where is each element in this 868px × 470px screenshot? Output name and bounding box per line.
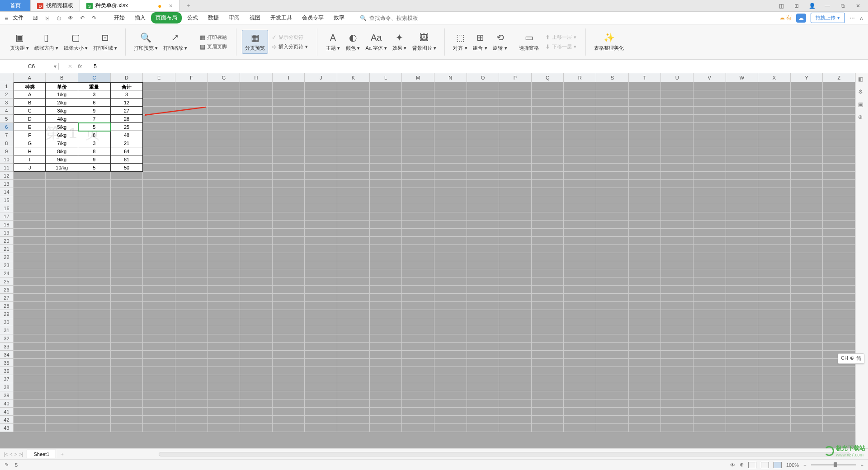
cell[interactable] bbox=[467, 107, 500, 115]
cell[interactable] bbox=[629, 334, 661, 343]
cell[interactable] bbox=[467, 261, 500, 269]
col-header-G[interactable]: G bbox=[208, 73, 241, 82]
cell[interactable] bbox=[499, 408, 532, 416]
cell[interactable] bbox=[758, 123, 791, 131]
cell[interactable] bbox=[78, 351, 111, 359]
cell[interactable] bbox=[402, 237, 434, 245]
cell[interactable] bbox=[337, 204, 370, 212]
insert-break-button[interactable]: ⊹插入分页符 ▾ bbox=[270, 42, 310, 51]
cell[interactable] bbox=[175, 237, 208, 245]
cell[interactable] bbox=[175, 286, 208, 294]
cell[interactable] bbox=[111, 391, 143, 400]
ribbon-Aa 字体[interactable]: AaAa 字体 ▾ bbox=[363, 30, 390, 53]
cell[interactable] bbox=[370, 107, 402, 115]
cell[interactable] bbox=[661, 131, 693, 139]
cell[interactable] bbox=[791, 310, 823, 318]
cell[interactable] bbox=[111, 351, 143, 359]
cell[interactable] bbox=[434, 155, 467, 164]
cell[interactable] bbox=[467, 245, 500, 253]
col-header-M[interactable]: M bbox=[402, 73, 434, 82]
cell[interactable] bbox=[111, 204, 143, 212]
row-header[interactable]: 39 bbox=[0, 391, 14, 400]
cell[interactable] bbox=[726, 286, 759, 294]
cell[interactable] bbox=[273, 400, 305, 408]
cell[interactable] bbox=[14, 383, 46, 391]
cell[interactable] bbox=[111, 416, 143, 424]
cell[interactable] bbox=[532, 107, 564, 115]
cell[interactable] bbox=[532, 131, 564, 139]
cell[interactable] bbox=[434, 391, 467, 400]
cell[interactable] bbox=[402, 400, 434, 408]
cell[interactable] bbox=[532, 408, 564, 416]
cell[interactable] bbox=[337, 318, 370, 326]
cell[interactable] bbox=[791, 196, 823, 204]
row-header[interactable]: 20 bbox=[0, 237, 14, 245]
cell[interactable] bbox=[240, 286, 273, 294]
cell[interactable] bbox=[532, 269, 564, 277]
cell[interactable] bbox=[467, 155, 500, 164]
normal-view-button[interactable] bbox=[748, 462, 756, 468]
cell[interactable] bbox=[370, 164, 402, 172]
cell[interactable] bbox=[726, 277, 759, 286]
ribbon-纸张大小[interactable]: ▢纸张大小 ▾ bbox=[61, 30, 90, 53]
cell[interactable] bbox=[208, 196, 241, 204]
page-layout-view-button[interactable] bbox=[761, 462, 769, 468]
cell[interactable] bbox=[758, 82, 791, 90]
cell[interactable] bbox=[305, 286, 337, 294]
cell[interactable] bbox=[434, 221, 467, 229]
collapse-ribbon-icon[interactable]: ∧ bbox=[859, 15, 863, 21]
cell[interactable] bbox=[823, 212, 855, 221]
cell[interactable] bbox=[499, 424, 532, 432]
cell[interactable] bbox=[693, 277, 726, 286]
cell[interactable] bbox=[467, 375, 500, 383]
cell[interactable] bbox=[240, 400, 273, 408]
cell[interactable] bbox=[596, 294, 629, 302]
cell[interactable] bbox=[629, 400, 661, 408]
cell[interactable] bbox=[693, 367, 726, 375]
zoom-out-button[interactable]: − bbox=[803, 462, 806, 468]
close-window-button[interactable]: ✕ bbox=[853, 3, 863, 9]
cell[interactable] bbox=[467, 351, 500, 359]
cell[interactable] bbox=[370, 367, 402, 375]
row-header[interactable]: 22 bbox=[0, 253, 14, 261]
cell[interactable] bbox=[726, 90, 759, 99]
cell[interactable]: 9 bbox=[78, 107, 111, 115]
cell[interactable] bbox=[305, 131, 337, 139]
cell[interactable] bbox=[726, 107, 759, 115]
cell[interactable]: I bbox=[14, 155, 46, 164]
cell[interactable] bbox=[726, 343, 759, 351]
cell[interactable] bbox=[596, 107, 629, 115]
tab-home[interactable]: 首页 bbox=[0, 0, 31, 11]
cell[interactable] bbox=[111, 334, 143, 343]
col-header-Y[interactable]: Y bbox=[791, 73, 823, 82]
cell[interactable] bbox=[175, 343, 208, 351]
cell[interactable] bbox=[14, 326, 46, 334]
cell[interactable] bbox=[791, 82, 823, 90]
cell[interactable] bbox=[46, 326, 78, 334]
cell[interactable] bbox=[370, 237, 402, 245]
cell[interactable] bbox=[758, 180, 791, 188]
cell[interactable] bbox=[564, 99, 596, 107]
cell[interactable] bbox=[111, 408, 143, 416]
cell[interactable] bbox=[434, 180, 467, 188]
cell[interactable] bbox=[791, 107, 823, 115]
cell[interactable] bbox=[596, 164, 629, 172]
more-icon[interactable]: ⋯ bbox=[849, 15, 855, 21]
cell[interactable] bbox=[143, 343, 175, 351]
cell[interactable] bbox=[402, 408, 434, 416]
cell[interactable] bbox=[823, 188, 855, 196]
cell[interactable] bbox=[823, 318, 855, 326]
cell[interactable] bbox=[499, 253, 532, 261]
cell[interactable] bbox=[208, 164, 241, 172]
cell[interactable] bbox=[532, 123, 564, 131]
cell[interactable] bbox=[143, 155, 175, 164]
cell[interactable] bbox=[402, 375, 434, 383]
cell[interactable] bbox=[46, 310, 78, 318]
cell[interactable] bbox=[596, 172, 629, 180]
cell[interactable] bbox=[111, 188, 143, 196]
cell[interactable] bbox=[596, 139, 629, 147]
cell[interactable] bbox=[467, 164, 500, 172]
cell[interactable] bbox=[305, 318, 337, 326]
cell[interactable] bbox=[596, 147, 629, 155]
bring-forward-button[interactable]: ⬆上移一层 ▾ bbox=[543, 33, 578, 42]
